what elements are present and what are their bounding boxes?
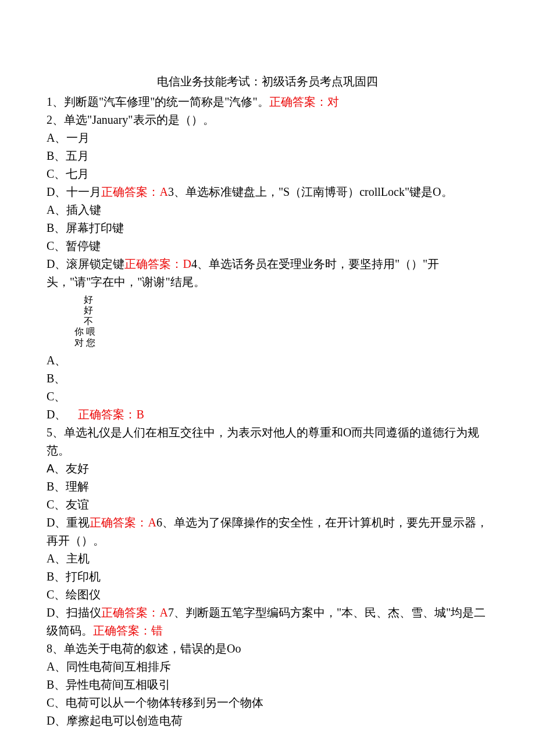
stacked-chars: 好 好 不 你 喂 对 您	[47, 291, 95, 352]
document-page: 电信业务技能考试：初级话务员考点巩固四 1、判断题"汽车修理"的统一简称是"汽修…	[0, 0, 535, 756]
q3-opt-d-text: D、滚屏锁定键	[47, 257, 124, 270]
q5-stem: 5、单选礼仪是人们在相互交往中，为表示对他人的尊重和O而共同遵循的道德行为规范。	[47, 424, 488, 460]
q5-answer: 正确答案：A	[90, 516, 156, 529]
q7-answer: 正确答案：错	[93, 624, 163, 637]
q4-opt-b: B、	[47, 370, 488, 388]
q8-opt-a: A、同性电荷间互相排斥	[47, 658, 488, 676]
q2-opt-c: C、七月	[47, 165, 488, 183]
q5-opt-a: A、友好	[47, 460, 488, 478]
q6-opt-d-text: D、扫描仪	[47, 606, 101, 619]
q1-answer: 正确答案：对	[269, 95, 339, 108]
q4-answer: 正确答案：B	[78, 408, 144, 421]
q3-opt-c: C、暂停键	[47, 237, 488, 255]
q8-opt-c: C、电荷可以从一个物体转移到另一个物体	[47, 694, 488, 712]
q4-opt-d-text: D、	[47, 408, 78, 421]
q4-opt-a: A、	[47, 352, 488, 370]
q5-opt-d-text: D、重视	[47, 516, 90, 529]
stack-row-3: 不	[74, 316, 95, 327]
q5-opt-c: C、友谊	[47, 496, 488, 514]
q5-opt-a-text: 、友好	[54, 462, 89, 475]
q3-opt-a: A、插入键	[47, 201, 488, 219]
stack-row-5: 对 您	[74, 338, 95, 348]
q2-opt-d-and-q3: D、十一月正确答案：A3、单选标准键盘上，"S（江南博哥）crollLock"键…	[47, 183, 488, 201]
q4-opt-c: C、	[47, 388, 488, 406]
q3-opt-d-and-q4: D、滚屏锁定键正确答案：D4、单选话务员在受理业务时，要坚持用"（）"开头，"请…	[47, 255, 488, 291]
q6-opt-a: A、主机	[47, 550, 488, 568]
q6-opt-c: C、绘图仪	[47, 586, 488, 604]
q8-opt-d: D、摩擦起电可以创造电荷	[47, 712, 488, 730]
q6-opt-b: B、打印机	[47, 568, 488, 586]
page-title: 电信业务技能考试：初级话务员考点巩固四	[47, 73, 488, 91]
q4-opt-d: D、 正确答案：B	[47, 406, 488, 424]
q6-answer: 正确答案：A	[101, 606, 167, 619]
q8-opt-b: B、异性电荷间互相吸引	[47, 676, 488, 694]
q8-stem: 8、单选关于电荷的叙述，错误的是Oo	[47, 640, 488, 658]
q3-opt-b: B、屏幕打印键	[47, 219, 488, 237]
stack-row-4: 你 喂	[74, 327, 95, 337]
q6-opt-d-and-q7: D、扫描仪正确答案：A7、判断题五笔字型编码方案中，"本、民、杰、雪、城"均是二…	[47, 604, 488, 640]
q2-opt-d-text: D、十一月	[47, 185, 101, 198]
q5-opt-a-letter: A	[47, 462, 54, 475]
q3-answer: 正确答案：D	[124, 257, 191, 270]
q2-opt-b: B、五月	[47, 147, 488, 165]
q1-line: 1、判断题"汽车修理"的统一简称是"汽修"。正确答案：对	[47, 93, 488, 111]
stack-row-1: 好	[74, 295, 95, 305]
q2-opt-a: A、一月	[47, 129, 488, 147]
q2-stem: 2、单选"January"表示的是（）。	[47, 111, 488, 129]
q2-answer: 正确答案：A	[101, 185, 167, 198]
q5-opt-b: B、理解	[47, 478, 488, 496]
q1-text: 1、判断题"汽车修理"的统一简称是"汽修"。	[47, 95, 269, 108]
stack-row-2: 好	[74, 305, 95, 316]
q3-runon: 3、单选标准键盘上，"S（江南博哥）crollLock"键是O。	[168, 185, 453, 198]
q5-opt-d-and-q6: D、重视正确答案：A6、单选为了保障操作的安全性，在开计算机时，要先开显示器，再…	[47, 514, 488, 550]
